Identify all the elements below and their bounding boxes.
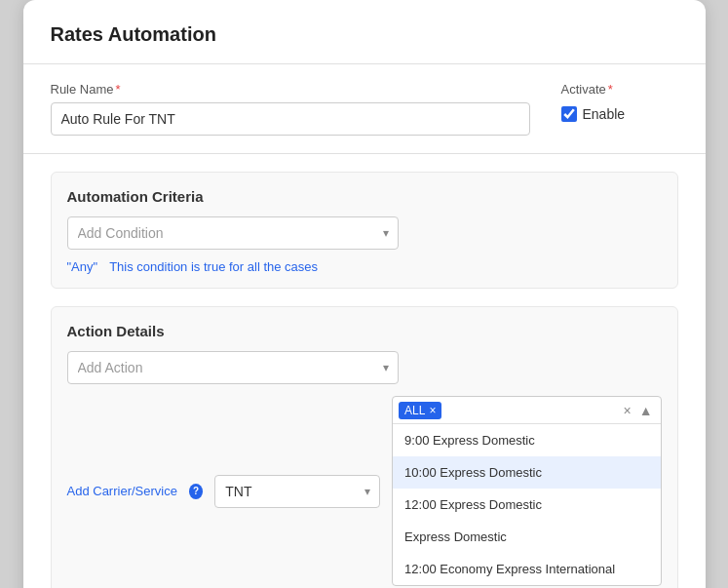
service-controls: × ▲ xyxy=(621,404,654,417)
clear-icon[interactable]: × xyxy=(621,404,632,417)
any-description: This condition is true for all the cases xyxy=(109,259,318,274)
service-search-input[interactable] xyxy=(445,401,617,419)
automation-criteria-block: Automation Criteria Add Condition ▾ "Any… xyxy=(51,172,678,289)
carrier-label: Add Carrier/Service xyxy=(67,484,177,498)
service-input-row: ALL × × ▲ xyxy=(393,397,660,424)
service-dropdown: 9:00 Express Domestic 10:00 Express Dome… xyxy=(393,424,660,585)
service-multiselect[interactable]: ALL × × ▲ 9:00 Express Domestic 10:00 Ex… xyxy=(392,396,661,586)
add-action-select[interactable]: Add Action xyxy=(67,351,399,384)
automation-criteria-title: Automation Criteria xyxy=(67,188,662,205)
list-item[interactable]: Express Domestic xyxy=(393,521,660,553)
help-icon[interactable]: ? xyxy=(189,484,203,499)
rule-name-label: Rule Name* xyxy=(51,82,530,97)
activate-group: Activate* Enable xyxy=(561,82,678,122)
add-action-wrapper: Add Action ▾ xyxy=(67,351,399,384)
form-divider xyxy=(23,153,706,154)
title-divider xyxy=(23,63,706,64)
rule-name-input[interactable] xyxy=(51,102,530,136)
enable-label: Enable xyxy=(583,106,626,122)
tag-label: ALL xyxy=(404,404,425,417)
list-item[interactable]: 10:00 Express Domestic xyxy=(393,456,660,489)
rule-name-field: Rule Name* xyxy=(51,82,530,136)
action-details-title: Action Details xyxy=(67,323,662,339)
carrier-select[interactable]: TNT FedEx UPS DHL xyxy=(214,475,380,508)
all-tag: ALL × xyxy=(399,402,441,419)
carrier-row: Add Carrier/Service ? TNT FedEx UPS DHL … xyxy=(67,396,662,586)
list-item[interactable]: 12:00 Economy Express International xyxy=(393,553,660,585)
activate-label: Activate* xyxy=(561,82,613,97)
page-title: Rates Automation xyxy=(51,23,678,46)
collapse-icon[interactable]: ▲ xyxy=(637,404,655,417)
add-condition-wrapper: Add Condition ▾ xyxy=(67,216,399,250)
list-item[interactable]: 9:00 Express Domestic xyxy=(393,424,660,456)
enable-checkbox[interactable] xyxy=(561,106,577,122)
any-row: "Any" This condition is true for all the… xyxy=(67,259,662,274)
tag-close-icon[interactable]: × xyxy=(429,405,436,416)
add-condition-select[interactable]: Add Condition xyxy=(67,216,399,250)
carrier-select-wrapper: TNT FedEx UPS DHL ▾ xyxy=(214,475,380,508)
enable-checkbox-row: Enable xyxy=(561,106,626,122)
any-badge: "Any" xyxy=(67,259,98,274)
action-details-block: Action Details Add Action ▾ Add Carrier/… xyxy=(51,306,678,588)
rates-automation-card: Rates Automation Rule Name* Activate* En… xyxy=(23,0,706,588)
form-row: Rule Name* Activate* Enable xyxy=(51,82,678,136)
list-item[interactable]: 12:00 Express Domestic xyxy=(393,489,660,521)
